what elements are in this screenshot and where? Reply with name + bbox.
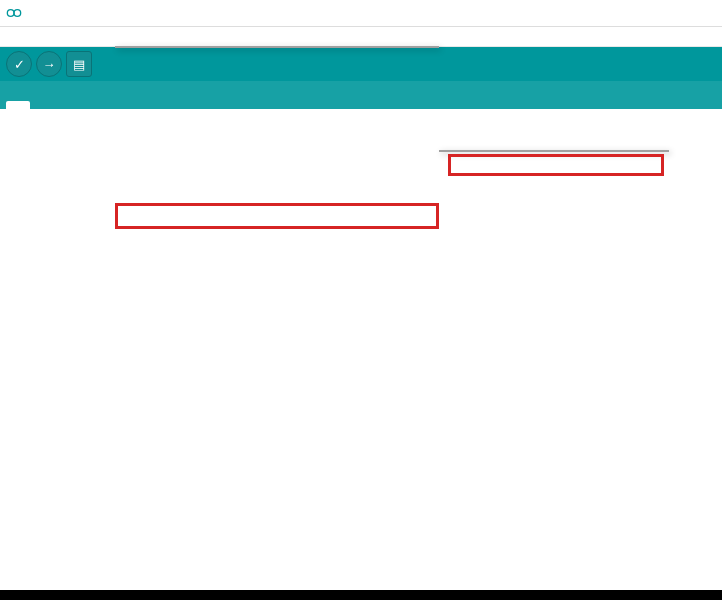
tools-menu-dropdown <box>115 46 439 48</box>
status-console <box>0 590 722 600</box>
new-button[interactable]: ▤ <box>66 51 92 77</box>
upload-button[interactable]: → <box>36 51 62 77</box>
toolbar: ✓ → ▤ <box>0 47 722 81</box>
boards-submenu <box>439 150 669 152</box>
verify-button[interactable]: ✓ <box>6 51 32 77</box>
svg-point-1 <box>14 10 21 17</box>
svg-point-0 <box>7 10 14 17</box>
tab-bar <box>0 81 722 109</box>
menubar <box>0 27 722 47</box>
arduino-logo-icon <box>6 5 22 21</box>
window-titlebar <box>0 0 722 27</box>
code-editor[interactable] <box>0 109 722 287</box>
tab-sketch[interactable] <box>6 101 30 109</box>
